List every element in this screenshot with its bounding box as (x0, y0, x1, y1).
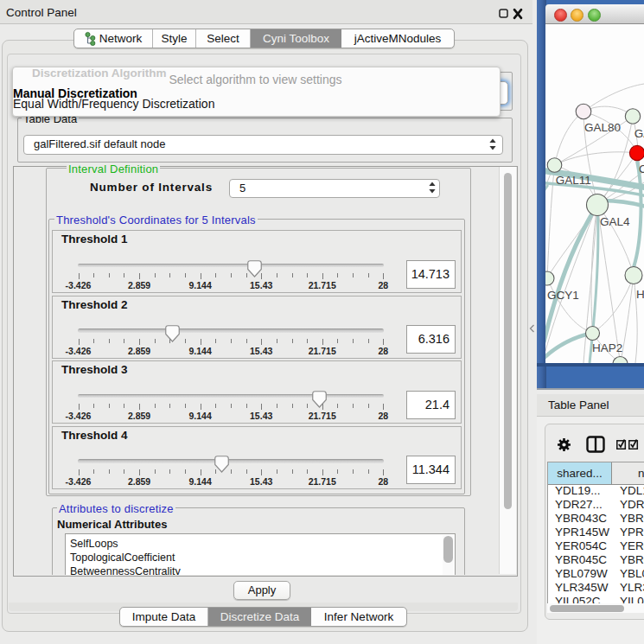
svg-text:HAP2: HAP2 (592, 341, 622, 354)
svg-text:GAL80: GAL80 (584, 121, 621, 134)
svg-text:H: H (636, 288, 644, 301)
svg-text:C: C (639, 163, 644, 175)
svg-text:GAL11: GAL11 (556, 174, 591, 187)
svg-text:GCY1: GCY1 (547, 289, 579, 302)
svg-text:GA: GA (634, 127, 644, 140)
svg-text:GAL4: GAL4 (600, 215, 630, 228)
